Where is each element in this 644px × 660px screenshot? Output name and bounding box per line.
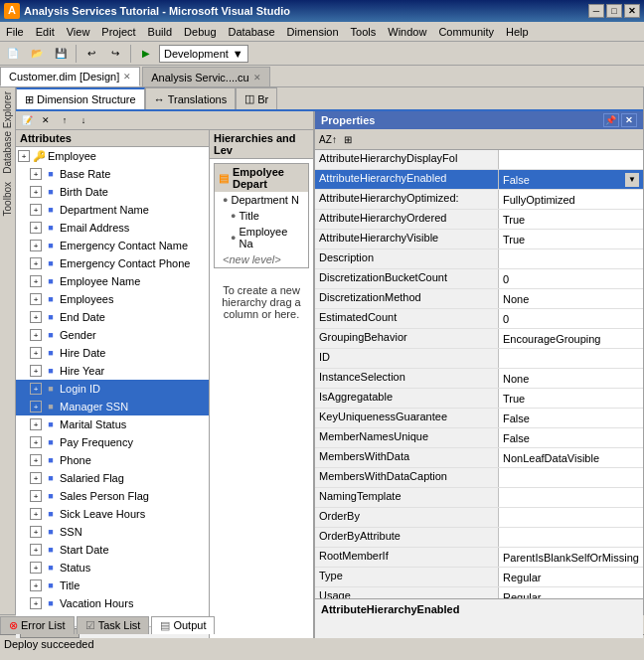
attr-item-gender[interactable]: + ■ Gender [16, 326, 209, 344]
expand-manager-ssn[interactable]: + [30, 401, 42, 412]
prop-sort-btn[interactable]: AZ↑ [319, 131, 337, 147]
attr-item-birth-date[interactable]: + ■ Birth Date [16, 183, 209, 201]
expand-login-id[interactable]: + [30, 383, 42, 395]
attr-item-vacation[interactable]: + ■ Vacation Hours [16, 594, 209, 612]
prop-value-display-folder[interactable] [499, 150, 643, 169]
prop-value-visible[interactable]: True [499, 230, 643, 248]
prop-value-id[interactable] [499, 349, 643, 368]
prop-value-description[interactable] [499, 249, 643, 268]
menu-tools[interactable]: Tools [345, 24, 383, 40]
attr-item-pay-freq[interactable]: + ■ Pay Frequency [16, 433, 209, 451]
hier-item-title[interactable]: ● Title [215, 208, 308, 224]
expand-email[interactable]: + [30, 222, 42, 234]
menu-community[interactable]: Community [432, 24, 500, 40]
prop-pin-btn[interactable]: 📌 [603, 113, 619, 127]
prop-row-instance-sel[interactable]: InstanceSelection None [315, 369, 643, 389]
open-button[interactable]: 📂 [26, 44, 48, 64]
prop-value-grouping[interactable]: EncourageGrouping [499, 329, 643, 348]
new-button[interactable]: 📄 [2, 44, 24, 64]
prop-row-est-count[interactable]: EstimatedCount 0 [315, 309, 643, 329]
attr-item-manager-ssn[interactable]: + ■ Manager SSN [16, 398, 209, 415]
prop-row-enabled[interactable]: AttributeHierarchyEnabled False ▼ [315, 170, 643, 190]
status-tab-output[interactable]: ▤ Output [151, 616, 215, 634]
prop-row-optimized[interactable]: AttributeHierarchyOptimized: FullyOptimi… [315, 190, 643, 210]
attr-item-end-date[interactable]: + ■ End Date [16, 308, 209, 326]
tab-analysis-services[interactable]: Analysis Servic....cu ✕ [142, 67, 269, 86]
attributes-list[interactable]: + 🔑 Employee + ■ Base Rate [16, 147, 209, 626]
prop-row-type[interactable]: Type Regular [315, 568, 643, 587]
expand-status[interactable]: + [30, 562, 42, 574]
attr-item-login-id[interactable]: + ■ Login ID [16, 380, 209, 398]
expand-hire-date[interactable]: + [30, 347, 42, 359]
expand-ec-name[interactable]: + [30, 240, 42, 251]
attr-item-ec-name[interactable]: + ■ Emergency Contact Name [16, 237, 209, 254]
menu-dimension[interactable]: Dimension [281, 24, 345, 40]
menu-file[interactable]: File [0, 24, 30, 40]
prop-row-root-member[interactable]: RootMemberIf ParentIsBlankSelfOrMissing [315, 548, 643, 568]
expand-pay-freq[interactable]: + [30, 436, 42, 448]
attr-item-sick-leave[interactable]: + ■ Sick Leave Hours [16, 505, 209, 523]
prop-value-order-by[interactable] [499, 508, 643, 527]
title-bar-controls[interactable]: ─ □ ✕ [588, 4, 640, 18]
attr-item-employees[interactable]: + ■ Employees [16, 290, 209, 308]
expand-gender[interactable]: + [30, 329, 42, 341]
expand-sales-person[interactable]: + [30, 490, 42, 502]
prop-row-members-caption[interactable]: MembersWithDataCaption [315, 468, 643, 488]
expand-ec-phone[interactable]: + [30, 257, 42, 269]
attr-item-employee[interactable]: + 🔑 Employee [16, 147, 209, 165]
status-tab-tasks[interactable]: ☑ Task List [77, 616, 150, 634]
prop-row-usage[interactable]: Usage Regular [315, 587, 643, 598]
expand-employees[interactable]: + [30, 293, 42, 305]
expand-title[interactable]: + [30, 579, 42, 591]
expand-dept[interactable]: + [30, 204, 42, 216]
attr-item-email[interactable]: + ■ Email Address [16, 219, 209, 237]
prop-row-disc-method[interactable]: DiscretizationMethod None [315, 289, 643, 309]
save-button[interactable]: 💾 [50, 44, 72, 64]
prop-value-type[interactable]: Regular [499, 568, 643, 586]
prop-row-disc-bucket[interactable]: DiscretizationBucketCount 0 [315, 269, 643, 289]
prop-row-visible[interactable]: AttributeHierarchyVisible True [315, 230, 643, 249]
prop-row-order-by-attr[interactable]: OrderByAttribute [315, 528, 643, 548]
redo-button[interactable]: ↪ [104, 44, 126, 64]
menu-window[interactable]: Window [382, 24, 432, 40]
sub-tab-browser[interactable]: ◫ Br [236, 87, 277, 109]
prop-value-order-by-attr[interactable] [499, 528, 643, 547]
attr-move-up-btn[interactable]: ↑ [56, 112, 74, 128]
toolbox-label[interactable]: Toolbox [0, 178, 15, 220]
prop-value-key-unique[interactable]: False [499, 409, 643, 427]
database-explorer-label[interactable]: Database Explorer [0, 87, 15, 178]
prop-row-order-by[interactable]: OrderBy [315, 508, 643, 528]
menu-project[interactable]: Project [95, 24, 141, 40]
status-tab-errors[interactable]: ⊗ Error List [0, 616, 75, 634]
prop-close-btn[interactable]: ✕ [621, 113, 637, 127]
prop-dropdown-arrow[interactable]: ▼ [625, 173, 639, 187]
prop-value-optimized[interactable]: FullyOptimized [499, 190, 643, 209]
expand-salaried[interactable]: + [30, 472, 42, 484]
menu-build[interactable]: Build [142, 24, 178, 40]
prop-value-usage[interactable]: Regular [499, 587, 643, 598]
prop-value-member-names[interactable]: False [499, 428, 643, 447]
prop-value-members-caption[interactable] [499, 468, 643, 487]
prop-value-root-member[interactable]: ParentIsBlankSelfOrMissing [499, 548, 643, 567]
prop-row-grouping[interactable]: GroupingBehavior EncourageGrouping [315, 329, 643, 349]
expand-marital[interactable]: + [30, 418, 42, 430]
prop-value-naming[interactable] [499, 488, 643, 507]
hier-new-level[interactable]: <new level> [215, 251, 308, 267]
attr-item-status[interactable]: + ■ Status [16, 559, 209, 577]
prop-row-display-folder[interactable]: AttributeHierarchyDisplayFol [315, 150, 643, 170]
prop-row-id[interactable]: ID [315, 349, 643, 369]
attr-item-sales-person[interactable]: + ■ Sales Person Flag [16, 487, 209, 505]
hier-item-emp-name[interactable]: ● Employee Na [215, 224, 308, 251]
attr-item-ssn[interactable]: + ■ SSN [16, 523, 209, 541]
attr-item-marital[interactable]: + ■ Marital Status [16, 415, 209, 433]
expand-ssn[interactable]: + [30, 526, 42, 538]
configuration-dropdown[interactable]: Development ▼ [159, 45, 248, 63]
menu-debug[interactable]: Debug [178, 24, 222, 40]
prop-category-btn[interactable]: ⊞ [339, 131, 357, 147]
expand-birth-date[interactable]: + [30, 186, 42, 198]
attr-delete-btn[interactable]: ✕ [37, 112, 55, 128]
attr-item-dept-name[interactable]: + ■ Department Name [16, 201, 209, 219]
attr-new-btn[interactable]: 📝 [18, 112, 36, 128]
expand-base-rate[interactable]: + [30, 168, 42, 180]
attr-item-ec-phone[interactable]: + ■ Emergency Contact Phone [16, 254, 209, 272]
